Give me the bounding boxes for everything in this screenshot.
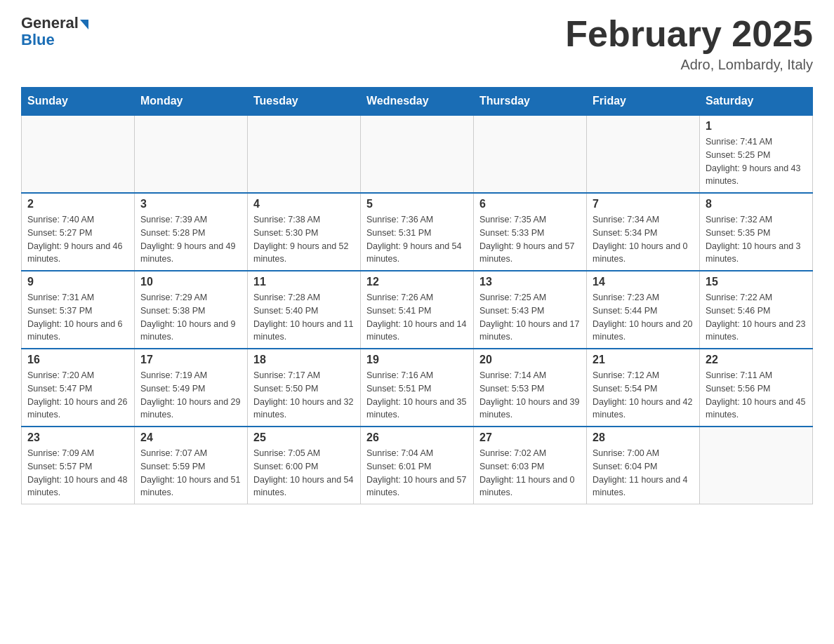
day-info: Sunrise: 7:41 AMSunset: 5:25 PMDaylight:… [706, 135, 807, 188]
day-number: 1 [706, 120, 807, 133]
calendar-cell: 26Sunrise: 7:04 AMSunset: 6:01 PMDayligh… [361, 427, 474, 504]
day-number: 5 [366, 198, 468, 210]
month-title: February 2025 [565, 14, 813, 54]
column-header-thursday: Thursday [474, 88, 587, 116]
day-info: Sunrise: 7:35 AMSunset: 5:33 PMDaylight:… [479, 213, 581, 266]
day-number: 16 [27, 354, 128, 366]
calendar-cell [135, 115, 248, 193]
day-number: 7 [593, 198, 694, 210]
calendar-week-1: 1Sunrise: 7:41 AMSunset: 5:25 PMDaylight… [22, 115, 813, 193]
column-header-sunday: Sunday [22, 88, 135, 116]
calendar-cell: 6Sunrise: 7:35 AMSunset: 5:33 PMDaylight… [474, 193, 587, 271]
calendar-week-5: 23Sunrise: 7:09 AMSunset: 5:57 PMDayligh… [22, 427, 813, 504]
calendar-cell: 27Sunrise: 7:02 AMSunset: 6:03 PMDayligh… [474, 427, 587, 504]
day-info: Sunrise: 7:19 AMSunset: 5:49 PMDaylight:… [140, 369, 241, 422]
day-number: 23 [27, 431, 128, 444]
calendar-cell: 14Sunrise: 7:23 AMSunset: 5:44 PMDayligh… [587, 271, 700, 349]
day-info: Sunrise: 7:29 AMSunset: 5:38 PMDaylight:… [140, 291, 241, 344]
logo-general-text: General [21, 14, 79, 32]
day-number: 26 [366, 431, 468, 444]
day-info: Sunrise: 7:11 AMSunset: 5:56 PMDaylight:… [706, 369, 807, 422]
calendar-cell: 4Sunrise: 7:38 AMSunset: 5:30 PMDaylight… [248, 193, 361, 271]
calendar-cell: 7Sunrise: 7:34 AMSunset: 5:34 PMDaylight… [587, 193, 700, 271]
calendar-cell: 2Sunrise: 7:40 AMSunset: 5:27 PMDaylight… [22, 193, 135, 271]
day-info: Sunrise: 7:32 AMSunset: 5:35 PMDaylight:… [706, 213, 807, 266]
calendar-cell: 11Sunrise: 7:28 AMSunset: 5:40 PMDayligh… [248, 271, 361, 349]
day-info: Sunrise: 7:39 AMSunset: 5:28 PMDaylight:… [140, 213, 241, 266]
day-number: 6 [479, 198, 581, 210]
page-header: General Blue February 2025 Adro, Lombard… [21, 14, 813, 73]
calendar-cell [474, 115, 587, 193]
day-number: 4 [253, 198, 355, 210]
day-info: Sunrise: 7:36 AMSunset: 5:31 PMDaylight:… [366, 213, 468, 266]
day-info: Sunrise: 7:12 AMSunset: 5:54 PMDaylight:… [593, 369, 694, 422]
day-info: Sunrise: 7:07 AMSunset: 5:59 PMDaylight:… [140, 447, 241, 499]
calendar-cell: 21Sunrise: 7:12 AMSunset: 5:54 PMDayligh… [587, 349, 700, 427]
day-number: 15 [706, 276, 807, 288]
column-header-wednesday: Wednesday [361, 88, 474, 116]
day-number: 19 [366, 354, 468, 366]
day-number: 3 [140, 198, 241, 210]
day-info: Sunrise: 7:22 AMSunset: 5:46 PMDaylight:… [706, 291, 807, 344]
day-info: Sunrise: 7:17 AMSunset: 5:50 PMDaylight:… [253, 369, 355, 422]
day-number: 20 [479, 354, 581, 366]
day-info: Sunrise: 7:05 AMSunset: 6:00 PMDaylight:… [253, 447, 355, 499]
column-header-friday: Friday [587, 88, 700, 116]
column-header-monday: Monday [135, 88, 248, 116]
logo-blue-text: Blue [21, 31, 55, 49]
day-info: Sunrise: 7:34 AMSunset: 5:34 PMDaylight:… [593, 213, 694, 266]
calendar-cell: 10Sunrise: 7:29 AMSunset: 5:38 PMDayligh… [135, 271, 248, 349]
calendar-cell: 3Sunrise: 7:39 AMSunset: 5:28 PMDaylight… [135, 193, 248, 271]
day-info: Sunrise: 7:16 AMSunset: 5:51 PMDaylight:… [366, 369, 468, 422]
calendar-cell: 17Sunrise: 7:19 AMSunset: 5:49 PMDayligh… [135, 349, 248, 427]
day-number: 24 [140, 431, 241, 444]
day-info: Sunrise: 7:40 AMSunset: 5:27 PMDaylight:… [27, 213, 128, 266]
calendar-cell [248, 115, 361, 193]
day-info: Sunrise: 7:20 AMSunset: 5:47 PMDaylight:… [27, 369, 128, 422]
day-info: Sunrise: 7:02 AMSunset: 6:03 PMDaylight:… [479, 447, 581, 499]
calendar-cell: 28Sunrise: 7:00 AMSunset: 6:04 PMDayligh… [587, 427, 700, 504]
calendar-cell: 13Sunrise: 7:25 AMSunset: 5:43 PMDayligh… [474, 271, 587, 349]
day-number: 8 [706, 198, 807, 210]
calendar-cell: 22Sunrise: 7:11 AMSunset: 5:56 PMDayligh… [700, 349, 813, 427]
day-number: 11 [253, 276, 355, 288]
day-info: Sunrise: 7:26 AMSunset: 5:41 PMDaylight:… [366, 291, 468, 344]
calendar-cell: 23Sunrise: 7:09 AMSunset: 5:57 PMDayligh… [22, 427, 135, 504]
calendar-table: SundayMondayTuesdayWednesdayThursdayFrid… [21, 87, 813, 504]
calendar-cell [700, 427, 813, 504]
title-section: February 2025 Adro, Lombardy, Italy [565, 14, 813, 73]
calendar-week-4: 16Sunrise: 7:20 AMSunset: 5:47 PMDayligh… [22, 349, 813, 427]
calendar-cell: 19Sunrise: 7:16 AMSunset: 5:51 PMDayligh… [361, 349, 474, 427]
calendar-header-row: SundayMondayTuesdayWednesdayThursdayFrid… [22, 88, 813, 116]
calendar-week-2: 2Sunrise: 7:40 AMSunset: 5:27 PMDaylight… [22, 193, 813, 271]
calendar-cell: 12Sunrise: 7:26 AMSunset: 5:41 PMDayligh… [361, 271, 474, 349]
day-number: 25 [253, 431, 355, 444]
calendar-cell: 8Sunrise: 7:32 AMSunset: 5:35 PMDaylight… [700, 193, 813, 271]
day-info: Sunrise: 7:14 AMSunset: 5:53 PMDaylight:… [479, 369, 581, 422]
column-header-saturday: Saturday [700, 88, 813, 116]
logo: General Blue [21, 14, 88, 49]
calendar-cell: 5Sunrise: 7:36 AMSunset: 5:31 PMDaylight… [361, 193, 474, 271]
calendar-cell: 24Sunrise: 7:07 AMSunset: 5:59 PMDayligh… [135, 427, 248, 504]
day-info: Sunrise: 7:00 AMSunset: 6:04 PMDaylight:… [593, 447, 694, 499]
calendar-cell: 25Sunrise: 7:05 AMSunset: 6:00 PMDayligh… [248, 427, 361, 504]
day-number: 27 [479, 431, 581, 444]
day-info: Sunrise: 7:09 AMSunset: 5:57 PMDaylight:… [27, 447, 128, 499]
day-number: 28 [593, 431, 694, 444]
day-info: Sunrise: 7:23 AMSunset: 5:44 PMDaylight:… [593, 291, 694, 344]
calendar-cell: 9Sunrise: 7:31 AMSunset: 5:37 PMDaylight… [22, 271, 135, 349]
day-info: Sunrise: 7:25 AMSunset: 5:43 PMDaylight:… [479, 291, 581, 344]
day-number: 2 [27, 198, 128, 210]
calendar-cell: 18Sunrise: 7:17 AMSunset: 5:50 PMDayligh… [248, 349, 361, 427]
day-info: Sunrise: 7:04 AMSunset: 6:01 PMDaylight:… [366, 447, 468, 499]
day-info: Sunrise: 7:28 AMSunset: 5:40 PMDaylight:… [253, 291, 355, 344]
day-number: 22 [706, 354, 807, 366]
calendar-cell: 15Sunrise: 7:22 AMSunset: 5:46 PMDayligh… [700, 271, 813, 349]
day-number: 12 [366, 276, 468, 288]
calendar-cell [361, 115, 474, 193]
day-info: Sunrise: 7:38 AMSunset: 5:30 PMDaylight:… [253, 213, 355, 266]
calendar-cell: 1Sunrise: 7:41 AMSunset: 5:25 PMDaylight… [700, 115, 813, 193]
day-number: 10 [140, 276, 241, 288]
calendar-cell [22, 115, 135, 193]
logo-arrow-icon [80, 20, 88, 29]
